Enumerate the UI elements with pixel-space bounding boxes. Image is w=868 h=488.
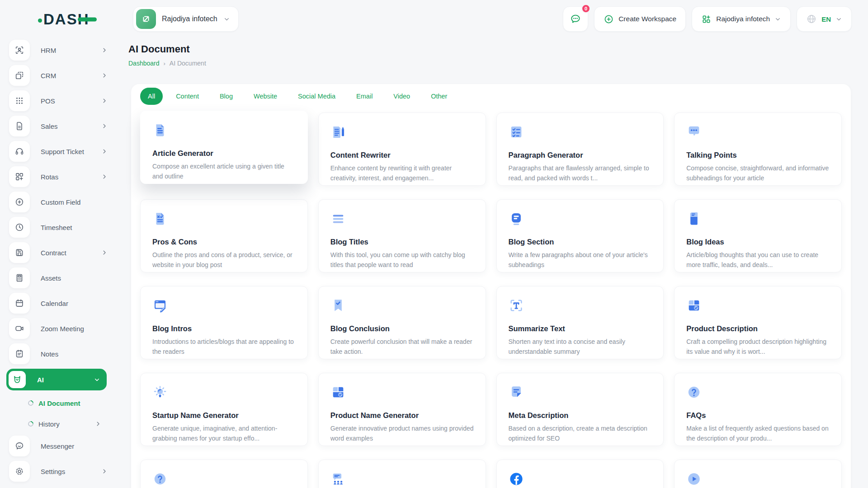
tool-card-description: Introductions to articles/blogs that are… bbox=[152, 337, 296, 357]
tool-card-title: Blog Section bbox=[509, 238, 652, 246]
sidebar-item-label: Timesheet bbox=[41, 224, 72, 231]
language-menu[interactable]: EN bbox=[797, 6, 852, 32]
chevron-right-icon bbox=[101, 72, 108, 79]
sidebar-item-label: Notes bbox=[41, 350, 58, 358]
tab-website[interactable]: Website bbox=[246, 88, 285, 105]
logo-dash-icon bbox=[78, 18, 97, 22]
tool-card-startup-name-generator[interactable]: Startup Name GeneratorGenerate unique, i… bbox=[140, 373, 308, 446]
messages-button[interactable]: 0 bbox=[563, 6, 588, 32]
sidebar-item-ai[interactable]: AI bbox=[6, 369, 107, 390]
tool-card-description: Outline the pros and cons of a product, … bbox=[152, 250, 296, 270]
tab-blog[interactable]: Blog bbox=[212, 88, 241, 105]
tool-card-partial-help-circle[interactable] bbox=[140, 460, 308, 488]
chevron-down-icon bbox=[223, 16, 230, 23]
tool-card-blog-titles[interactable]: Blog TitlesWith this tool, you can come … bbox=[318, 199, 486, 272]
sidebar-item-sales[interactable]: Sales bbox=[9, 116, 108, 136]
create-workspace-label: Create Workspace bbox=[618, 15, 676, 23]
top-header: DASH Rajodiya infotech 0 Create Workspac… bbox=[0, 0, 868, 38]
main-content: AI Document Dashboard › AI Document AllC… bbox=[114, 38, 868, 488]
chevron-right-icon bbox=[101, 98, 108, 104]
sidebar-item-label: Support Ticket bbox=[41, 148, 84, 155]
content-panel: AllContentBlogWebsiteSocial MediaEmailVi… bbox=[131, 84, 851, 488]
tool-card-partial-reviews[interactable] bbox=[318, 460, 486, 488]
tool-card-partial-play-circle[interactable] bbox=[674, 460, 842, 488]
app-logo[interactable]: DASH bbox=[38, 11, 90, 28]
tool-card-paragraph-generator[interactable]: Paragraph GeneratorParagraphs that are f… bbox=[496, 113, 664, 186]
sidebar-item-calendar[interactable]: Calendar bbox=[9, 293, 108, 314]
workspace-grid-icon bbox=[701, 14, 712, 24]
sidebar-item-zoom-meeting[interactable]: Zoom Meeting bbox=[9, 318, 108, 339]
tab-other[interactable]: Other bbox=[423, 88, 455, 105]
tool-card-title: Startup Name Generator bbox=[152, 411, 296, 420]
tool-card-title: Article Generator bbox=[152, 149, 296, 158]
sidebar-item-label: POS bbox=[41, 97, 55, 105]
tool-card-summarize-text[interactable]: Summarize TextShorten any text into a co… bbox=[496, 286, 664, 359]
sidebar-subitem-history[interactable]: History bbox=[9, 415, 108, 433]
ai-icon bbox=[9, 371, 26, 388]
doc-x-check-icon bbox=[152, 211, 168, 227]
tool-card-content-rewriter[interactable]: Content RewriterEnhance content by rewri… bbox=[318, 113, 486, 186]
crm-icon bbox=[9, 65, 30, 86]
tool-card-blog-ideas[interactable]: Blog IdeasArticle/blog thoughts that you… bbox=[674, 199, 842, 272]
page-title: AI Document bbox=[128, 43, 190, 55]
chat-icon bbox=[570, 13, 581, 25]
tool-card-description: Based on a description, create a meta de… bbox=[509, 424, 652, 443]
tool-card-blog-conclusion[interactable]: Blog ConclusionCreate powerful conclusio… bbox=[318, 286, 486, 359]
sidebar-item-support-ticket[interactable]: Support Ticket bbox=[9, 141, 108, 162]
sidebar-item-assets[interactable]: Assets bbox=[9, 267, 108, 288]
tool-card-description: Compose concise, straightforward, and in… bbox=[686, 164, 830, 183]
tool-card-blog-section[interactable]: Blog SectionWrite a few paragraphs about… bbox=[496, 199, 664, 272]
tool-card-title: Product Name Generator bbox=[330, 411, 474, 420]
tab-content[interactable]: Content bbox=[168, 88, 207, 105]
tool-card-title: Content Rewriter bbox=[330, 151, 474, 160]
company-menu-label: Rajodiya infotech bbox=[716, 15, 770, 23]
create-workspace-button[interactable]: Create Workspace bbox=[594, 6, 686, 32]
tool-card-meta-description[interactable]: Meta DescriptionBased on a description, … bbox=[496, 373, 664, 446]
tool-card-description: Article/blog thoughts that you can use t… bbox=[686, 250, 830, 270]
tool-card-talking-points[interactable]: Talking PointsCompose concise, straightf… bbox=[674, 113, 842, 186]
window-pencil-icon bbox=[152, 297, 168, 314]
sidebar-item-messenger[interactable]: Messenger bbox=[9, 436, 108, 456]
sidebar-item-hrm[interactable]: HRM bbox=[9, 40, 108, 61]
tab-email[interactable]: Email bbox=[349, 88, 380, 105]
sidebar-item-custom-field[interactable]: Custom Field bbox=[9, 192, 108, 212]
tool-card-product-name-generator[interactable]: Product Name GeneratorGenerate innovativ… bbox=[318, 373, 486, 446]
bullet-icon bbox=[27, 420, 35, 428]
tab-all[interactable]: All bbox=[140, 88, 163, 105]
workspace-name: Rajodiya infotech bbox=[162, 15, 217, 23]
company-menu[interactable]: Rajodiya infotech bbox=[692, 6, 791, 32]
timesheet-icon bbox=[9, 217, 30, 238]
sidebar-item-settings[interactable]: Settings bbox=[9, 461, 108, 482]
hrm-icon bbox=[9, 40, 30, 61]
tool-card-description: Craft a compelling product description h… bbox=[686, 337, 830, 357]
language-label: EN bbox=[821, 15, 831, 23]
sidebar-nav: HRMCRMPOSSalesSupport TicketRotasCustom … bbox=[0, 38, 114, 488]
tab-social-media[interactable]: Social Media bbox=[290, 88, 343, 105]
help-circle-icon bbox=[686, 384, 702, 400]
tool-card-blog-intros[interactable]: Blog IntrosIntroductions to articles/blo… bbox=[140, 286, 308, 359]
tool-card-title: Meta Description bbox=[509, 411, 652, 420]
tool-card-partial-facebook[interactable] bbox=[496, 460, 664, 488]
sidebar-item-contract[interactable]: Contract bbox=[9, 242, 108, 263]
sidebar-subitem-label: History bbox=[38, 420, 60, 428]
settings-icon bbox=[9, 461, 30, 482]
tool-card-title: FAQs bbox=[686, 411, 830, 420]
sidebar-item-label: Contract bbox=[41, 249, 66, 257]
sidebar-item-rotas[interactable]: Rotas bbox=[9, 166, 108, 187]
breadcrumb-dashboard-link[interactable]: Dashboard bbox=[128, 60, 160, 67]
sidebar-item-pos[interactable]: POS bbox=[9, 90, 108, 111]
workspace-switcher[interactable]: Rajodiya infotech bbox=[133, 6, 239, 32]
sidebar-subitem-ai-document[interactable]: AI Document bbox=[9, 394, 108, 412]
pos-icon bbox=[9, 90, 30, 111]
tool-card-product-description[interactable]: Product DescriptionCraft a compelling pr… bbox=[674, 286, 842, 359]
tool-card-pros-cons[interactable]: Pros & ConsOutline the pros and cons of … bbox=[140, 199, 308, 272]
sidebar-item-notes[interactable]: Notes bbox=[9, 343, 108, 364]
chat-dots-icon bbox=[686, 124, 702, 140]
sidebar-item-crm[interactable]: CRM bbox=[9, 65, 108, 86]
sidebar-item-timesheet[interactable]: Timesheet bbox=[9, 217, 108, 238]
tool-card-faqs[interactable]: FAQsMake a list of frequently asked ques… bbox=[674, 373, 842, 446]
tool-card-article-generator[interactable]: Article GeneratorCompose an excellent ar… bbox=[140, 111, 308, 184]
tools-grid: Article GeneratorCompose an excellent ar… bbox=[140, 113, 842, 488]
tool-card-title: Blog Intros bbox=[152, 324, 296, 333]
tab-video[interactable]: Video bbox=[386, 88, 418, 105]
